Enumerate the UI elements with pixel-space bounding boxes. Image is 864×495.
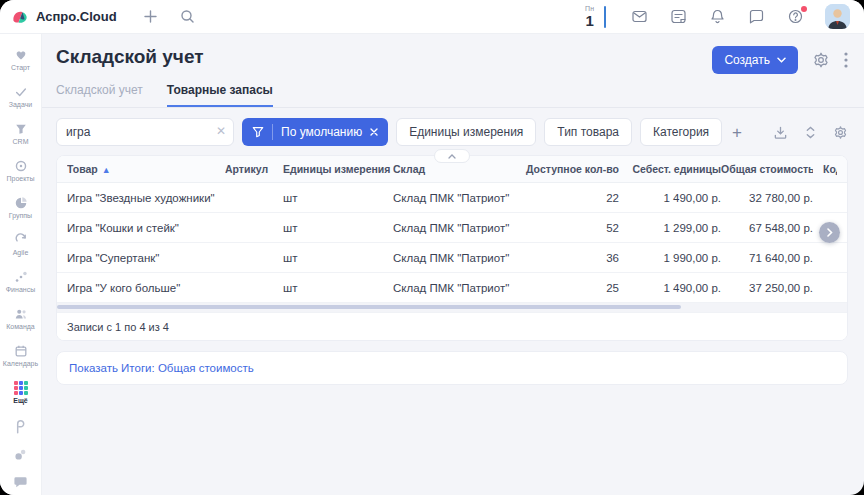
chevron-up-icon bbox=[448, 154, 456, 159]
table-row[interactable]: Игра "У кого больше" шт Склад ПМК "Патри… bbox=[57, 273, 847, 303]
scroll-right-button[interactable] bbox=[819, 222, 840, 243]
col-product[interactable]: Товар▲ bbox=[67, 163, 225, 175]
records-count: Записи с 1 по 4 из 4 bbox=[57, 312, 847, 340]
brand-name: Аспро.Cloud bbox=[36, 9, 117, 24]
notifications-bell-icon[interactable] bbox=[709, 8, 726, 25]
settings-gear-icon[interactable] bbox=[812, 51, 830, 69]
show-totals-link[interactable]: Показать Итоги: Общая стоимость bbox=[69, 362, 254, 374]
help-icon[interactable] bbox=[787, 8, 804, 25]
topbar: Аспро.Cloud Пн 1 bbox=[0, 0, 864, 34]
kebab-menu-icon[interactable] bbox=[844, 52, 848, 68]
sidebar-item-finance[interactable]: Финансы bbox=[0, 263, 41, 300]
export-download-icon[interactable] bbox=[773, 125, 788, 140]
filter-preset-button[interactable]: По умолчанию bbox=[242, 118, 388, 146]
col-total[interactable]: Общая стоимость bbox=[721, 163, 813, 175]
date-number: 1 bbox=[585, 13, 593, 28]
user-avatar[interactable] bbox=[825, 4, 850, 29]
date-day-of-week: Пн bbox=[585, 5, 594, 12]
search-icon[interactable] bbox=[180, 9, 195, 24]
partner-program-icon[interactable] bbox=[0, 414, 41, 441]
people-icon bbox=[14, 307, 28, 321]
sidebar-item-more[interactable]: Ещё bbox=[0, 374, 41, 411]
heart-icon bbox=[14, 48, 28, 62]
pie-icon bbox=[14, 196, 28, 210]
tabs: Складской учет Товарные запасы bbox=[42, 83, 864, 108]
collapse-filters-pill[interactable] bbox=[434, 149, 470, 163]
sidebar-item-calendar[interactable]: Календарь bbox=[0, 337, 41, 374]
help-notification-dot bbox=[801, 6, 807, 12]
check-icon bbox=[14, 85, 28, 99]
filter-chip-units[interactable]: Единицы измерения bbox=[396, 118, 536, 146]
tab-product-stock[interactable]: Товарные запасы bbox=[167, 83, 273, 107]
collapse-icon[interactable] bbox=[805, 126, 816, 139]
agile-loop-icon bbox=[14, 233, 28, 247]
sidebar-item-groups[interactable]: Группы bbox=[0, 189, 41, 226]
filter-chip-category[interactable]: Категория bbox=[640, 118, 722, 146]
calendar-icon bbox=[14, 344, 28, 358]
funnel-icon bbox=[14, 122, 28, 136]
sidebar-item-team[interactable]: Команда bbox=[0, 300, 41, 337]
filter-toolbar: ✕ По умолчанию Единицы измерения Тип тов… bbox=[56, 118, 848, 146]
sidebar: Старт Задачи CRM Проекты Группы Agile bbox=[0, 34, 42, 495]
horizontal-scrollbar-thumb[interactable] bbox=[57, 305, 681, 309]
brand[interactable]: Аспро.Cloud bbox=[12, 9, 117, 24]
table-search: ✕ bbox=[56, 118, 234, 146]
table-row[interactable]: Игра "Кошки и стейк" шт Склад ПМК "Патри… bbox=[57, 213, 847, 243]
aspro-logo-icon bbox=[12, 9, 29, 24]
notes-icon[interactable] bbox=[670, 8, 687, 25]
add-filter-icon[interactable]: + bbox=[732, 124, 742, 141]
col-sku[interactable]: Артикул bbox=[225, 163, 283, 175]
sidebar-item-tasks[interactable]: Задачи bbox=[0, 78, 41, 115]
growth-chart-icon bbox=[14, 270, 28, 284]
col-warehouse[interactable]: Склад bbox=[393, 163, 523, 175]
remove-filter-icon[interactable] bbox=[370, 128, 378, 136]
sidebar-item-start[interactable]: Старт bbox=[0, 41, 41, 78]
filter-funnel-icon bbox=[252, 126, 264, 138]
app-window: Аспро.Cloud Пн 1 bbox=[0, 0, 864, 495]
sidebar-item-agile[interactable]: Agile bbox=[0, 226, 41, 263]
chevron-right-icon bbox=[827, 228, 833, 237]
page-title: Складской учет bbox=[56, 46, 204, 68]
stock-table-card: Товар▲ Артикул Единицы измерения Склад Д… bbox=[56, 155, 848, 341]
totals-card: Показать Итоги: Общая стоимость bbox=[56, 351, 848, 385]
chevron-down-icon bbox=[777, 57, 786, 63]
integrations-icon[interactable] bbox=[0, 441, 41, 468]
clear-search-icon[interactable]: ✕ bbox=[216, 125, 226, 137]
sidebar-item-projects[interactable]: Проекты bbox=[0, 152, 41, 189]
chat-icon[interactable] bbox=[748, 8, 765, 25]
filter-chip-product-type[interactable]: Тип товара bbox=[544, 118, 632, 146]
table-body: Игра "Звездные художники" шт Склад ПМК "… bbox=[57, 183, 847, 303]
search-input[interactable] bbox=[56, 118, 234, 146]
support-chat-icon[interactable] bbox=[0, 468, 41, 495]
col-unit-cost[interactable]: Себест. единицы bbox=[619, 163, 721, 175]
col-unit[interactable]: Единицы измерения bbox=[283, 163, 393, 175]
table-settings-gear-icon[interactable] bbox=[833, 125, 848, 140]
table-row[interactable]: Игра "Супертанк" шт Склад ПМК "Патриот" … bbox=[57, 243, 847, 273]
calendar-date-widget[interactable]: Пн 1 bbox=[585, 5, 594, 28]
quick-add-button[interactable] bbox=[143, 9, 158, 24]
main-content: Складской учет Создать Складской учет bbox=[42, 34, 864, 495]
sort-asc-icon[interactable]: ▲ bbox=[102, 165, 111, 175]
projects-icon bbox=[14, 159, 28, 173]
create-button[interactable]: Создать bbox=[712, 46, 798, 74]
col-code[interactable]: Код bbox=[813, 163, 837, 175]
sidebar-item-crm[interactable]: CRM bbox=[0, 115, 41, 152]
horizontal-scrollbar-track bbox=[57, 303, 847, 312]
table-row[interactable]: Игра "Звездные художники" шт Склад ПМК "… bbox=[57, 183, 847, 213]
mail-icon[interactable] bbox=[631, 8, 648, 25]
more-apps-grid-icon bbox=[14, 381, 28, 395]
topbar-blue-divider bbox=[604, 6, 606, 28]
col-qty[interactable]: Доступное кол-во bbox=[523, 163, 619, 175]
tab-warehouse-accounting[interactable]: Складской учет bbox=[56, 83, 143, 107]
